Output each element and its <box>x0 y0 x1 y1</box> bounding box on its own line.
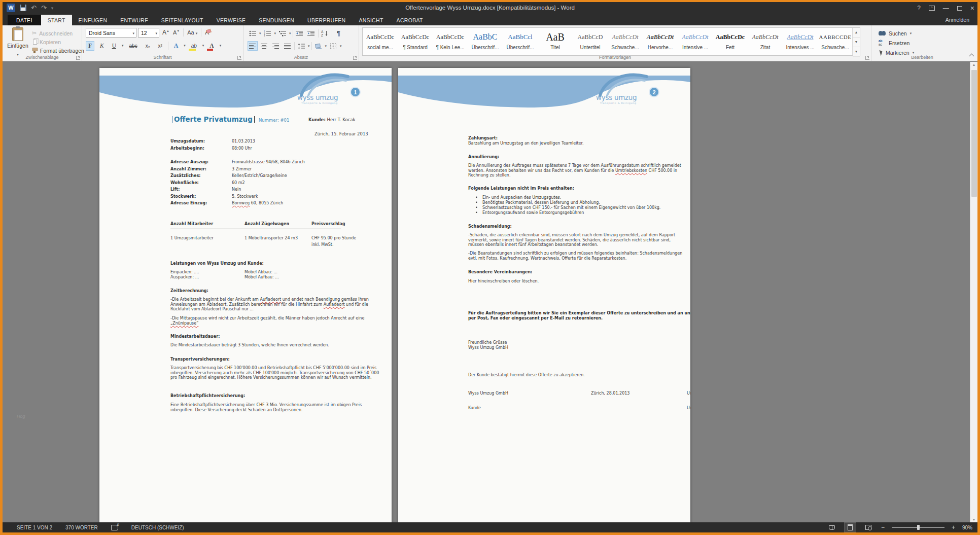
font-dialog-launcher[interactable] <box>237 56 241 60</box>
document-area[interactable]: wyss umzug Transporte & Reinigung 1 Offe… <box>3 62 977 522</box>
tab-einfuegen[interactable]: EINFÜGEN <box>72 15 114 25</box>
clear-formatting-icon[interactable]: A <box>205 29 209 36</box>
print-layout-button[interactable] <box>845 523 856 532</box>
word-count[interactable]: 370 WÖRTER <box>65 525 98 530</box>
tab-sendungen[interactable]: SENDUNGEN <box>252 15 301 25</box>
style-chip[interactable]: AaBbCcDUntertitel <box>573 28 608 55</box>
tab-verweise[interactable]: VERWEISE <box>210 15 253 25</box>
line-spacing-dropdown-icon[interactable]: ▾ <box>308 44 310 48</box>
zoom-out-button[interactable]: − <box>881 524 885 531</box>
replace-button[interactable]: abacErsetzen <box>879 39 914 47</box>
sort-button[interactable]: AZ <box>320 28 330 38</box>
clipboard-dialog-launcher[interactable] <box>76 56 80 60</box>
font-color-button[interactable]: A <box>207 41 216 51</box>
multilevel-list-button[interactable] <box>277 28 288 38</box>
zoom-slider-thumb[interactable] <box>917 525 920 530</box>
tab-ueberpruefen[interactable]: ÜBERPRÜFEN <box>301 15 352 25</box>
find-button[interactable]: Suchen▾ <box>879 29 914 38</box>
font-color-dropdown-icon[interactable]: ▾ <box>220 44 222 48</box>
styles-scroll-up-icon[interactable]: ▲ <box>853 28 860 38</box>
borders-dropdown-icon[interactable]: ▾ <box>340 44 342 48</box>
numbered-list-dropdown-icon[interactable]: ▾ <box>274 31 276 35</box>
styles-scroll-down-icon[interactable]: ▼ <box>853 38 860 47</box>
style-chip[interactable]: AaBbCcDtIntensives ... <box>783 28 818 55</box>
numbered-list-button[interactable]: 123 <box>263 28 273 38</box>
format-painter-button[interactable]: Format übertragen <box>32 46 84 55</box>
font-family-combo[interactable]: Droid Sans▾ <box>86 28 136 38</box>
align-left-button[interactable] <box>248 41 258 51</box>
text-effects-dropdown-icon[interactable]: ▾ <box>184 44 186 48</box>
find-dropdown-icon[interactable]: ▾ <box>910 31 912 35</box>
tab-acrobat[interactable]: ACROBAT <box>390 15 430 25</box>
help-button[interactable]: ? <box>917 5 921 12</box>
superscript-button[interactable]: x² <box>156 41 165 51</box>
align-right-button[interactable] <box>271 41 281 51</box>
underline-dropdown-icon[interactable]: ▾ <box>122 44 124 48</box>
bullet-list-dropdown-icon[interactable]: ▾ <box>259 31 261 35</box>
change-case-button[interactable]: Aa ▾ <box>187 29 197 35</box>
style-chip[interactable]: AABBCCDESchwache... <box>818 28 853 55</box>
styles-dialog-launcher[interactable] <box>865 56 869 60</box>
font-size-combo[interactable]: 12▾ <box>138 28 159 38</box>
text-effects-button[interactable]: A <box>171 41 181 51</box>
read-mode-button[interactable] <box>826 523 837 532</box>
grow-font-button[interactable]: A▲ <box>162 29 169 36</box>
style-chip[interactable]: AaBbCcDtHervorhe... <box>643 28 678 55</box>
zoom-level[interactable]: 90% <box>962 525 972 530</box>
strikethrough-button[interactable]: abc <box>127 41 140 51</box>
shading-dropdown-icon[interactable]: ▾ <box>325 44 327 48</box>
scrollbar-thumb[interactable] <box>971 70 977 197</box>
tab-ansicht[interactable]: ANSICHT <box>352 15 390 25</box>
web-layout-button[interactable] <box>863 523 874 532</box>
tab-entwurf[interactable]: ENTWURF <box>114 15 155 25</box>
tab-datei[interactable]: DATEI <box>8 15 41 25</box>
highlight-button[interactable]: ab <box>189 41 199 51</box>
tab-start[interactable]: START <box>41 15 72 25</box>
ribbon-display-options-icon[interactable]: ⌃ <box>929 6 935 11</box>
borders-button[interactable] <box>328 41 338 51</box>
document-page-1[interactable]: wyss umzug Transporte & Reinigung 1 Offe… <box>99 68 392 522</box>
page-indicator[interactable]: SEITE 1 VON 2 <box>17 525 52 530</box>
style-chip[interactable]: AaBbCcDcsocial me... <box>363 28 398 55</box>
align-center-button[interactable] <box>259 41 269 51</box>
document-page-2[interactable]: wyss umzug Transporte & Reinigung 2 Zahl… <box>398 68 690 522</box>
sign-in-link[interactable]: Anmelden <box>946 17 969 23</box>
style-chip[interactable]: AaBbCcDcFett <box>713 28 748 55</box>
proofing-errors-icon[interactable] <box>111 525 118 530</box>
restore-button[interactable] <box>957 6 962 11</box>
minimize-button[interactable]: — <box>943 5 949 12</box>
underline-button[interactable]: U <box>110 41 119 51</box>
paragraph-dialog-launcher[interactable] <box>353 56 357 60</box>
increase-indent-button[interactable] <box>306 28 317 38</box>
style-chip[interactable]: AaBbCcDtZitat <box>748 28 783 55</box>
font-size-dropdown-icon[interactable]: ▾ <box>155 31 157 35</box>
zoom-slider[interactable] <box>892 527 944 528</box>
justify-button[interactable] <box>283 41 293 51</box>
close-button[interactable]: × <box>970 4 974 12</box>
style-chip[interactable]: AaBbCcDtIntensive ... <box>678 28 713 55</box>
cut-button[interactable]: ✂Ausschneiden <box>32 29 84 38</box>
subscript-button[interactable]: x₂ <box>143 41 153 51</box>
language-indicator[interactable]: DEUTSCH (SCHWEIZ) <box>131 525 184 530</box>
show-paragraph-marks-button[interactable]: ¶ <box>334 28 344 38</box>
bullet-list-button[interactable] <box>248 28 258 38</box>
copy-button[interactable]: Kopieren <box>32 38 84 46</box>
zoom-in-button[interactable]: + <box>952 524 955 531</box>
style-chip[interactable]: AaBbCÜberschrif... <box>468 28 503 55</box>
paste-button[interactable]: Einfügen ▾ <box>6 27 29 56</box>
tab-seitenlayout[interactable]: SEITENLAYOUT <box>155 15 210 25</box>
italic-button[interactable]: K <box>97 41 107 51</box>
multilevel-list-dropdown-icon[interactable]: ▾ <box>289 31 291 35</box>
font-family-dropdown-icon[interactable]: ▾ <box>132 31 134 35</box>
shading-button[interactable] <box>313 41 324 51</box>
highlight-dropdown-icon[interactable]: ▾ <box>202 44 204 48</box>
style-chip[interactable]: AaBbCclÜberschrif... <box>503 28 538 55</box>
scroll-up-icon[interactable]: ▲ <box>970 63 977 66</box>
select-dropdown-icon[interactable]: ▾ <box>913 51 915 55</box>
style-chip[interactable]: AaBTitel <box>538 28 573 55</box>
shrink-font-button[interactable]: A▼ <box>173 29 180 35</box>
style-chip[interactable]: AaBbCcDc¶ Standard <box>398 28 433 55</box>
vertical-scrollbar[interactable]: ▲ ▼ <box>970 62 977 522</box>
scroll-down-icon[interactable]: ▼ <box>970 518 977 521</box>
decrease-indent-button[interactable] <box>295 28 305 38</box>
